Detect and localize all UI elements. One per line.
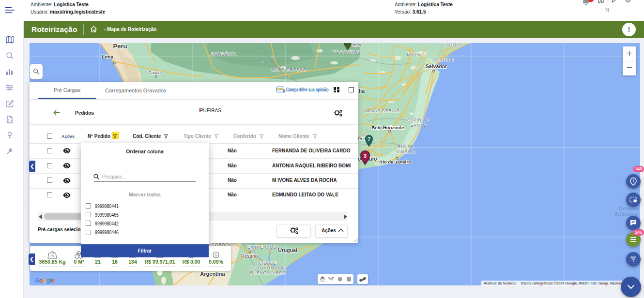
- svg-text:CIDADE: CIDADE: [259, 261, 276, 266]
- svg-text:Salvador: Salvador: [426, 63, 447, 69]
- svg-text:BUENOS AIRES: BUENOS AIRES: [250, 270, 285, 275]
- svg-text:SERGIPE: SERGIPE: [433, 58, 454, 62]
- svg-text:Rio de Janeiro: Rio de Janeiro: [379, 159, 411, 164]
- svg-text:Uruguai: Uruguai: [278, 247, 297, 253]
- svg-text:RIO DE: RIO DE: [398, 144, 414, 149]
- svg-text:Cusco: Cusco: [148, 70, 161, 75]
- svg-text:JANEIRO: JANEIRO: [396, 149, 416, 154]
- svg-text:Kg: Kg: [51, 254, 54, 257]
- svg-text:MATO GROSSO: MATO GROSSO: [272, 67, 307, 72]
- svg-text:7: 7: [368, 137, 370, 142]
- svg-text:$: $: [215, 253, 217, 257]
- svg-text:SANTO: SANTO: [410, 123, 426, 128]
- svg-text:RONDÔNIA: RONDÔNIA: [211, 52, 237, 57]
- svg-text:AUTÔNOMA DE: AUTÔNOMA DE: [250, 266, 285, 270]
- svg-text:Rosário: Rosário: [241, 253, 258, 259]
- svg-text:mas: mas: [353, 43, 361, 47]
- svg-text:3: 3: [364, 153, 367, 159]
- svg-text:ESPÍRITO: ESPÍRITO: [407, 118, 429, 122]
- svg-text:Belo Horizonte: Belo Horizonte: [371, 125, 404, 130]
- svg-text:lia: lia: [359, 88, 365, 94]
- svg-text:ENTRE RÍOS: ENTRE RÍOS: [247, 245, 276, 250]
- svg-text:BAHIA: BAHIA: [407, 52, 421, 57]
- svg-text:ALAGOAS: ALAGOAS: [440, 43, 463, 47]
- svg-text:Argentina: Argentina: [200, 271, 225, 277]
- svg-text:TOCANTINS: TOCANTINS: [333, 50, 360, 55]
- svg-text:MINAS GERAIS: MINAS GERAIS: [365, 108, 399, 113]
- svg-text:Oceano: Oceano: [618, 206, 638, 211]
- svg-text:Peru: Peru: [113, 43, 127, 50]
- svg-text:Lima: Lima: [102, 54, 114, 60]
